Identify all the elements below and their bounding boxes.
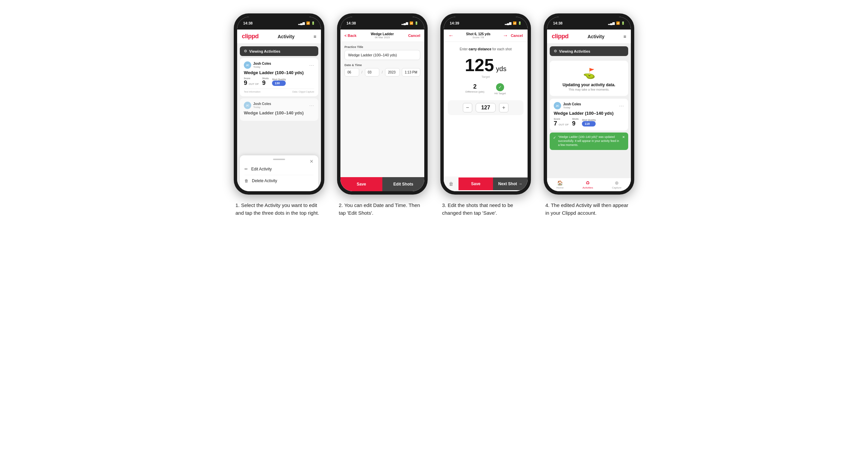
quality-badge-1: 130 [272, 81, 286, 86]
time-input[interactable]: 1:13 PM [402, 68, 420, 76]
hamburger-icon-4[interactable]: ≡ [623, 34, 626, 39]
quality-block-4: Shot Quality 118 [582, 119, 596, 126]
distance-display: 125 yds [465, 56, 506, 74]
cancel-btn-2[interactable]: Cancel [408, 34, 420, 38]
logo-1: clippd [242, 33, 258, 40]
wifi-icon-4: 📶 [616, 22, 620, 25]
dots-btn-1[interactable]: ··· [309, 62, 314, 68]
app-header-4: clippd Activity ≡ [547, 30, 631, 43]
phone-4-screen: clippd Activity ≡ ⚙ Viewing Activities ⛳… [547, 30, 631, 191]
shots-label-4: Shots [572, 118, 579, 120]
bottom-nav-4: 🏠 Home ♻ Activities ⊕ Capture [547, 178, 631, 191]
shot-stats-row: 2 Difference (yds) ✓ Hit Target [466, 83, 506, 95]
user-name-1: Josh Coles [253, 62, 271, 65]
home-icon: 🏠 [557, 180, 563, 186]
datetime-row: 06 / 03 / 2023 1:13 PM [344, 68, 420, 76]
hit-target-label: Hit Target [494, 92, 506, 95]
sheet-close-btn[interactable]: ✕ [310, 159, 314, 164]
wifi-icon-2: 📶 [409, 22, 413, 25]
edit-activity-item[interactable]: ✏ Edit Activity [245, 163, 314, 175]
practice-title-label: Practice Title [344, 45, 420, 49]
toast-close-icon[interactable]: ✕ [622, 135, 625, 139]
app-header-1: clippd Activity ≡ [237, 30, 321, 43]
activity-card-4[interactable]: JC Josh Coles Today ··· Wedge Ladder (10… [550, 99, 628, 130]
notch-2 [369, 19, 396, 26]
forward-arrow-3[interactable]: → [503, 33, 508, 39]
save-shot-btn[interactable]: Save [459, 178, 493, 190]
phones-row: 14:38 ▂▄▆ 📶 🔋 clippd Activity ≡ [232, 13, 636, 217]
caption-2: 2. You can edit Date and Time. Then tap … [339, 201, 426, 217]
cancel-btn-3[interactable]: Cancel [511, 34, 523, 38]
decrement-btn[interactable]: − [463, 103, 472, 113]
form-section-2: Practice Title Wedge Ladder (100–140 yds… [340, 42, 424, 191]
card-header-1: JC Josh Coles Today ··· [244, 61, 314, 69]
status-icons-2: ▂▄▆ 📶 🔋 [401, 22, 418, 25]
score-outof-4: OUT OF [558, 123, 568, 126]
nav-title-2: Wedge Ladder [371, 32, 394, 36]
status-time-4: 14:38 [553, 21, 562, 25]
hamburger-icon-1[interactable]: ≡ [314, 34, 316, 39]
save-btn-2[interactable]: Save [340, 177, 382, 191]
phone-3: 14:39 ▂▄▆ 📶 🔋 ← Shot 6, 125 yds Score 7/… [440, 13, 531, 195]
filter-icon-1: ⚙ [244, 49, 247, 53]
updating-sub: This may take a few moments. [568, 88, 610, 91]
delete-shot-btn[interactable]: 🗑 [444, 177, 459, 191]
activities-label: Activities [583, 186, 593, 189]
delete-activity-item[interactable]: 🗑 Delete Activity [245, 175, 314, 187]
date-day-input[interactable]: 06 [344, 68, 359, 76]
nav-home[interactable]: 🏠 Home [556, 180, 563, 189]
edit-activity-label: Edit Activity [251, 167, 272, 172]
battery-icon: 🔋 [311, 22, 315, 25]
nav-capture[interactable]: ⊕ Capture [612, 180, 621, 189]
next-shot-label: Next Shot [498, 182, 517, 186]
score-row-4: Score 7 OUT OF Shots 9 Shot Quality 118 [554, 118, 624, 127]
toast-text: "Wedge Ladder (100–140 yds)" was updated… [558, 135, 620, 147]
date-time-label: Date & Time [344, 63, 420, 67]
shots-label-1: Shots [262, 77, 269, 80]
viewing-bar-text-1: Viewing Activities [249, 49, 280, 53]
status-time-3: 14:39 [450, 21, 459, 25]
shot-instruction: Enter carry distance for each shot [460, 47, 512, 51]
activity-card-2[interactable]: JC Josh Coles Today ··· Wedge Ladder (10… [240, 98, 318, 121]
back-btn-2[interactable]: < Back [344, 34, 356, 38]
user-name-4: Josh Coles [563, 102, 581, 106]
increment-btn[interactable]: + [499, 103, 508, 113]
score-row-1: Score 9 OUT OF Shots 9 Shot Quality 130 [244, 77, 314, 87]
user-date-1: Today [253, 65, 271, 68]
status-icons-3: ▂▄▆ 📶 🔋 [505, 22, 522, 25]
notch-1 [266, 19, 292, 26]
shot-sub-3: Score 7/9 [466, 36, 491, 39]
score-block-1: Score 9 OUT OF [244, 77, 259, 87]
notch-3 [472, 19, 499, 26]
battery-icon-3: 🔋 [518, 22, 522, 25]
edit-shots-btn[interactable]: Edit Shots [382, 177, 424, 191]
next-shot-btn[interactable]: Next Shot → [493, 178, 528, 190]
practice-title-input[interactable]: Wedge Ladder (100–140 yds) [344, 50, 420, 60]
shot-value-input[interactable]: 127 [475, 103, 496, 113]
shot-title-3: Shot 6, 125 yds [466, 32, 491, 36]
battery-icon-4: 🔋 [621, 22, 625, 25]
activity-card-1[interactable]: JC Josh Coles Today ··· Wedge Ladder (10… [240, 58, 318, 96]
dots-btn-4[interactable]: ··· [619, 103, 624, 108]
phone-4-inner: 14:38 ▂▄▆ 📶 🔋 clippd Activity ≡ [547, 17, 631, 191]
status-time-2: 14:38 [346, 21, 356, 25]
phone-column-4: 14:38 ▂▄▆ 📶 🔋 clippd Activity ≡ [542, 13, 636, 217]
header-title-4: Activity [588, 34, 605, 39]
back-arrow-3[interactable]: ← [448, 33, 454, 39]
date-month-input[interactable]: 03 [365, 68, 380, 76]
shots-val-1: 9 [262, 80, 266, 86]
nav-activities[interactable]: ♻ Activities [583, 180, 593, 189]
nav-center-2: Wedge Ladder 06 Mar 2023 [371, 32, 394, 39]
status-bar-4: 14:38 ▂▄▆ 📶 🔋 [547, 17, 631, 30]
date-year-input[interactable]: 2023 [385, 68, 400, 76]
phone-1-inner: 14:38 ▂▄▆ 📶 🔋 clippd Activity ≡ [237, 17, 321, 191]
delete-activity-label: Delete Activity [252, 179, 277, 183]
nav-sub-2: 06 Mar 2023 [371, 36, 394, 39]
viewing-bar-4: ⚙ Viewing Activities [550, 46, 628, 56]
wifi-icon: 📶 [306, 22, 310, 25]
bottom-buttons-2: Save Edit Shots [340, 177, 424, 191]
dots-btn-2[interactable]: ··· [309, 103, 314, 108]
caption-3: 3. Edit the shots that need to be change… [442, 201, 529, 217]
score-label-4: Score [554, 118, 569, 120]
card-footer-1: Test Information Data: Clippd Capture [244, 89, 314, 93]
